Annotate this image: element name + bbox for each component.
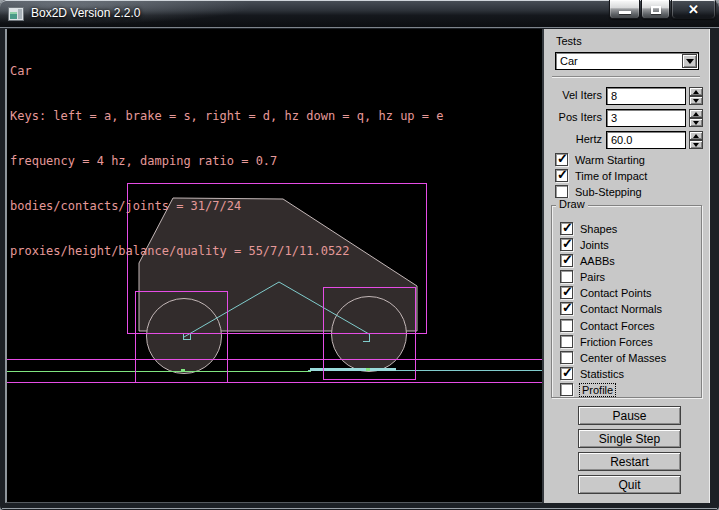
stats-line-test: Car bbox=[10, 64, 443, 79]
pos-iters-spinner bbox=[689, 109, 703, 127]
checkbox-label: Joints bbox=[580, 239, 609, 251]
checkbox-box[interactable] bbox=[560, 254, 573, 267]
minimize-icon bbox=[619, 11, 631, 14]
minimize-button[interactable] bbox=[609, 0, 640, 19]
hertz-spinner bbox=[689, 131, 703, 149]
checkbox-label: Friction Forces bbox=[580, 336, 653, 348]
contact-point-rear bbox=[181, 369, 185, 372]
checkbox-box[interactable] bbox=[560, 367, 573, 380]
window-title: Box2D Version 2.2.0 bbox=[31, 6, 140, 20]
checkbox-box[interactable] bbox=[560, 383, 573, 396]
arrow-down-icon bbox=[693, 121, 699, 125]
test-select[interactable]: Car bbox=[555, 52, 699, 70]
checkbox-box[interactable] bbox=[555, 185, 568, 198]
hertz-field[interactable]: 60.0 bbox=[606, 131, 686, 149]
vel-iters-spinner bbox=[689, 87, 703, 105]
stats-text-block: Car Keys: left = a, brake = s, right = d… bbox=[10, 34, 443, 289]
tests-label: Tests bbox=[556, 35, 582, 47]
vel-iters-label: Vel Iters bbox=[544, 89, 602, 101]
control-panel: Tests Car Vel Iters 8 Pos Iters 3 Hertz bbox=[542, 29, 710, 503]
title-bar[interactable]: Box2D Version 2.2.0 ✕ bbox=[0, 0, 719, 28]
draw-group-label: Draw bbox=[556, 198, 588, 210]
pos-iters-field[interactable]: 3 bbox=[606, 109, 686, 127]
stats-line-proxies: proxies/height/balance/quality = 55/7/1/… bbox=[10, 244, 443, 259]
arrow-down-icon bbox=[693, 143, 699, 147]
pos-iters-row: Pos Iters 3 bbox=[544, 109, 712, 127]
checkbox-box[interactable] bbox=[560, 270, 573, 283]
hertz-row: Hertz 60.0 bbox=[544, 131, 712, 149]
window-bottom-edge bbox=[2, 508, 717, 509]
close-button[interactable]: ✕ bbox=[671, 0, 716, 19]
stats-line-bodies: bodies/contacts/joints = 31/7/24 bbox=[10, 199, 443, 214]
contact-point-front bbox=[366, 368, 370, 371]
maximize-icon bbox=[651, 6, 661, 14]
checkbox-label: Sub-Stepping bbox=[575, 186, 642, 198]
checkbox-label: Contact Forces bbox=[580, 320, 655, 332]
checkbox-label: Shapes bbox=[580, 223, 617, 235]
vel-iters-field[interactable]: 8 bbox=[606, 87, 686, 105]
checkbox-box[interactable] bbox=[560, 302, 573, 315]
pos-iters-up-button[interactable] bbox=[689, 109, 703, 118]
checkbox-label: Contact Normals bbox=[580, 303, 662, 315]
hertz-up-button[interactable] bbox=[689, 131, 703, 140]
arrow-up-icon bbox=[693, 134, 699, 138]
arrow-up-icon bbox=[693, 112, 699, 116]
checkbox-label: Warm Starting bbox=[575, 154, 645, 166]
arrow-down-icon bbox=[693, 99, 699, 103]
checkbox-box[interactable] bbox=[560, 351, 573, 364]
vel-iters-row: Vel Iters 8 bbox=[544, 87, 712, 105]
checkbox-box[interactable] bbox=[560, 319, 573, 332]
hertz-down-button[interactable] bbox=[689, 140, 703, 149]
checkbox-box[interactable] bbox=[560, 286, 573, 299]
checkbox-box[interactable] bbox=[560, 335, 573, 348]
vel-iters-down-button[interactable] bbox=[689, 96, 703, 105]
stats-line-keys: Keys: left = a, brake = s, right = d, hz… bbox=[10, 109, 443, 124]
pause-button[interactable]: Pause bbox=[578, 406, 681, 425]
checkbox-label: Contact Points bbox=[580, 287, 652, 299]
checkbox-label: AABBs bbox=[580, 255, 615, 267]
draw-group-box bbox=[551, 205, 702, 398]
restart-button[interactable]: Restart bbox=[578, 452, 681, 471]
checkbox-label: Time of Impact bbox=[575, 170, 647, 182]
arrow-up-icon bbox=[693, 90, 699, 94]
checkbox-label: Profile bbox=[580, 384, 615, 396]
pos-iters-down-button[interactable] bbox=[689, 118, 703, 127]
vel-iters-up-button[interactable] bbox=[689, 87, 703, 96]
checkbox-box[interactable] bbox=[560, 222, 573, 235]
checkbox-box[interactable] bbox=[555, 153, 568, 166]
checkbox-label: Center of Masses bbox=[580, 352, 666, 364]
hertz-label: Hertz bbox=[544, 133, 602, 145]
stats-line-frequency: frequency = 4 hz, damping ratio = 0.7 bbox=[10, 154, 443, 169]
single-step-button[interactable]: Single Step bbox=[578, 429, 681, 448]
simulation-canvas[interactable]: Car Keys: left = a, brake = s, right = d… bbox=[5, 29, 544, 503]
app-icon bbox=[8, 7, 24, 21]
pos-iters-label: Pos Iters bbox=[544, 111, 602, 123]
app-window: Box2D Version 2.2.0 ✕ bbox=[0, 0, 719, 510]
separator bbox=[552, 76, 700, 78]
chevron-down-icon bbox=[686, 59, 694, 64]
test-select-arrow-button[interactable] bbox=[682, 54, 697, 68]
quit-button[interactable]: Quit bbox=[578, 475, 681, 494]
checkbox-box[interactable] bbox=[560, 238, 573, 251]
maximize-button[interactable] bbox=[641, 0, 670, 19]
checkbox-box[interactable] bbox=[555, 169, 568, 182]
test-select-value: Car bbox=[560, 55, 578, 67]
checkbox-label: Statistics bbox=[580, 368, 624, 380]
close-icon: ✕ bbox=[688, 1, 699, 18]
checkbox-label: Pairs bbox=[580, 271, 605, 283]
